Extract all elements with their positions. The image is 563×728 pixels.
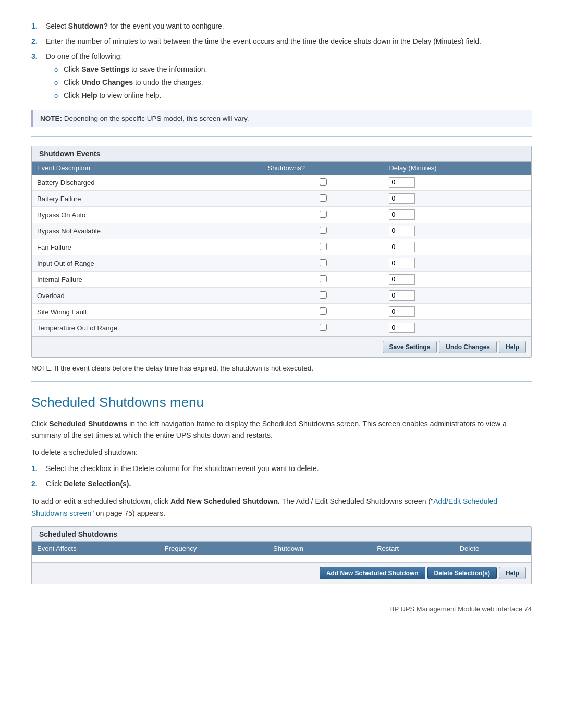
event-description-cell: Overload — [32, 288, 263, 304]
event-description-cell: Input Out of Range — [32, 255, 263, 272]
delete-steps-list: 1. Select the checkbox in the Delete col… — [31, 463, 532, 489]
delay-cell[interactable] — [384, 272, 531, 288]
delay-cell[interactable] — [384, 191, 531, 207]
shutdown-checkbox-cell[interactable] — [263, 207, 384, 223]
step-3-intro: Do one of the following: — [46, 52, 122, 60]
col-restart: Restart — [372, 542, 454, 555]
delay-input[interactable] — [389, 209, 415, 220]
shutdown-checkbox-cell[interactable] — [263, 175, 384, 191]
delay-cell[interactable] — [384, 320, 531, 336]
shutdown-checkbox[interactable] — [320, 307, 327, 315]
delay-input[interactable] — [389, 258, 415, 268]
step-2-text: Enter the number of minutes to wait betw… — [46, 36, 481, 47]
shutdown-checkbox[interactable] — [320, 291, 327, 299]
col-frequency: Frequency — [160, 542, 268, 555]
shutdown-checkbox-cell[interactable] — [263, 223, 384, 239]
sub-step-1: o Click Save Settings to save the inform… — [54, 64, 207, 75]
shutdown-events-table: Event Description Shutdowns? Delay (Minu… — [32, 162, 531, 336]
shutdown-events-title: Shutdown Events — [32, 146, 531, 162]
step-2: 2. Enter the number of minutes to wait b… — [31, 36, 532, 47]
scheduled-para-2: To delete a scheduled shutdown: — [31, 447, 532, 458]
event-description-cell: Battery Discharged — [32, 175, 263, 191]
delay-input[interactable] — [389, 323, 415, 333]
table-row: Bypass On Auto — [32, 207, 531, 223]
delay-input[interactable] — [389, 226, 415, 236]
bullet-3: o — [54, 90, 64, 101]
main-steps-list: 1. Select Shutdown? for the event you wa… — [31, 21, 532, 103]
step-3-content: Do one of the following: o Click Save Se… — [46, 51, 207, 103]
shutdown-checkbox-cell[interactable] — [263, 272, 384, 288]
divider-2 — [31, 381, 532, 382]
table-row: Fan Failure — [32, 239, 531, 255]
delay-cell[interactable] — [384, 207, 531, 223]
sub-steps-list: o Click Save Settings to save the inform… — [54, 64, 207, 101]
add-new-scheduled-shutdown-button[interactable]: Add New Scheduled Shutdown — [320, 567, 425, 579]
sched-table-body — [32, 555, 531, 562]
table-row: Input Out of Range — [32, 255, 531, 272]
event-description-cell: Bypass Not Available — [32, 223, 263, 239]
delay-input[interactable] — [389, 193, 415, 204]
footer-text: HP UPS Management Module web interface 7… — [389, 605, 532, 613]
shutdown-checkbox[interactable] — [320, 275, 327, 282]
save-settings-button[interactable]: Save Settings — [383, 341, 437, 353]
delay-input[interactable] — [389, 177, 415, 188]
page-footer: HP UPS Management Module web interface 7… — [31, 605, 532, 613]
event-description-cell: Bypass On Auto — [32, 207, 263, 223]
table-row: Temperature Out of Range — [32, 320, 531, 336]
undo-changes-button[interactable]: Undo Changes — [439, 341, 497, 353]
col-event-affects: Event Affects — [32, 542, 160, 555]
delete-step-2: 2. Click Delete Selection(s). — [31, 478, 532, 489]
table-row: Battery Failure — [32, 191, 531, 207]
delay-input[interactable] — [389, 274, 415, 285]
shutdown-checkbox[interactable] — [320, 324, 327, 331]
step-3-num: 3. — [31, 51, 46, 103]
shutdown-checkbox[interactable] — [320, 194, 327, 202]
step-1-text: Select Shutdown? for the event you want … — [46, 21, 224, 32]
shutdown-checkbox-cell[interactable] — [263, 320, 384, 336]
step-2-num: 2. — [31, 36, 46, 47]
step-1-num: 1. — [31, 21, 46, 32]
delete-step-2-num: 2. — [31, 478, 46, 489]
delay-input[interactable] — [389, 290, 415, 301]
note-1-label: NOTE: — [40, 115, 62, 122]
note-1-text: Depending on the specific UPS model, thi… — [62, 115, 249, 122]
bullet-1: o — [54, 64, 64, 75]
delay-cell[interactable] — [384, 288, 531, 304]
event-description-cell: Site Wiring Fault — [32, 304, 263, 320]
sub-step-3-text: Click Help to view online help. — [64, 90, 162, 101]
shutdown-checkbox-cell[interactable] — [263, 304, 384, 320]
delay-input[interactable] — [389, 242, 415, 252]
help-button-1[interactable]: Help — [499, 341, 526, 353]
table-row: Battery Discharged — [32, 175, 531, 191]
shutdown-checkbox[interactable] — [320, 259, 327, 266]
scheduled-shutdowns-table-container: Scheduled Shutdowns Event Affects Freque… — [31, 526, 532, 585]
bullet-2: o — [54, 77, 64, 88]
sub-step-1-text: Click Save Settings to save the informat… — [64, 64, 207, 75]
step-1: 1. Select Shutdown? for the event you wa… — [31, 21, 532, 32]
scheduled-para-1: Click Scheduled Shutdowns in the left na… — [31, 418, 532, 441]
delete-selections-button[interactable]: Delete Selection(s) — [427, 567, 497, 579]
table-row: Overload — [32, 288, 531, 304]
shutdown-checkbox-cell[interactable] — [263, 288, 384, 304]
delay-cell[interactable] — [384, 175, 531, 191]
delay-input[interactable] — [389, 306, 415, 317]
delay-cell[interactable] — [384, 255, 531, 272]
shutdown-checkbox[interactable] — [320, 243, 327, 250]
help-button-2[interactable]: Help — [499, 567, 526, 579]
shutdown-checkbox-cell[interactable] — [263, 255, 384, 272]
note-2-box: NOTE: If the event clears before the del… — [31, 364, 532, 372]
delay-cell[interactable] — [384, 304, 531, 320]
sub-step-3: o Click Help to view online help. — [54, 90, 207, 101]
delay-cell[interactable] — [384, 239, 531, 255]
shutdown-checkbox[interactable] — [320, 227, 327, 234]
delay-cell[interactable] — [384, 223, 531, 239]
event-description-cell: Internal Failure — [32, 272, 263, 288]
shutdown-checkbox-cell[interactable] — [263, 191, 384, 207]
event-description-cell: Fan Failure — [32, 239, 263, 255]
shutdown-checkbox[interactable] — [320, 211, 327, 218]
shutdown-checkbox-cell[interactable] — [263, 239, 384, 255]
shutdown-checkbox[interactable] — [320, 178, 327, 186]
delete-step-1-num: 1. — [31, 463, 46, 474]
sched-btn-row: Add New Scheduled Shutdown Delete Select… — [32, 562, 531, 584]
scheduled-para-3: To add or edit a scheduled shutdown, cli… — [31, 496, 532, 519]
